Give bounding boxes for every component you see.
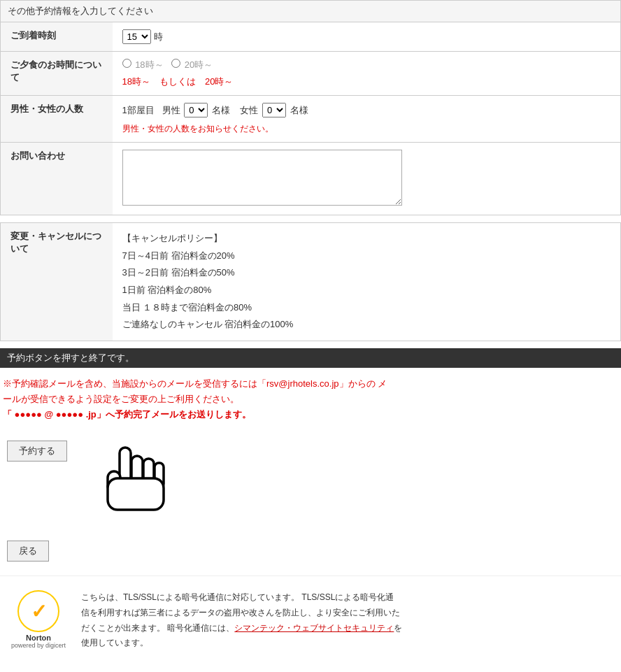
back-button[interactable]: 戻る — [7, 541, 49, 562]
inquiry-textarea[interactable] — [122, 150, 402, 206]
cancel-policy-title: 【キャンセルポリシー】 — [122, 230, 611, 248]
reserve-button-row: 予約する — [7, 441, 614, 527]
gender-male-suffix: 名様 — [212, 105, 230, 115]
cancel-line3: 1日前 宿泊料金の80% — [122, 282, 611, 299]
gender-male-select[interactable]: 0 1 2 3 4 — [184, 103, 208, 117]
inquiry-row: お問い合わせ — [1, 143, 621, 215]
dinner-radio-20-text: 20時～ — [185, 59, 213, 70]
dinner-radio-group: 18時～ 20時～ — [122, 59, 611, 71]
inquiry-value-cell — [113, 143, 621, 215]
cancel-policy-row: 変更・キャンセルについて 【キャンセルポリシー】 7日～4日前 宿泊料金の20%… — [1, 223, 621, 341]
cancel-policy-content: 【キャンセルポリシー】 7日～4日前 宿泊料金の20% 3日～2日前 宿泊料金の… — [113, 223, 621, 341]
arrival-time-row: ご到着時刻 15 16 17 18 19 20 21 22 時 — [1, 22, 621, 52]
norton-circle: ✓ — [17, 590, 59, 632]
dinner-radio-18-label[interactable]: 18時～ — [122, 59, 166, 70]
gender-row: 男性・女性の人数 1部屋目 男性 0 1 2 3 4 名様 女性 0 1 — [1, 96, 621, 143]
security-text2: 信を利用すれば第三者によるデータの盗用や改さんを防止し、より安全にご利用いた — [81, 608, 400, 617]
norton-badge: ✓ Norton powered by digicert — [7, 590, 70, 649]
notice-bar: 予約ボタンを押すと終了です。 — [0, 348, 621, 368]
security-description: こちらは、TLS/SSLによる暗号化通信に対応しています。 TLS/SSLによる… — [81, 590, 402, 650]
reserve-button[interactable]: 予約する — [7, 441, 67, 462]
security-link[interactable]: シマンテック・ウェブサイトセキュリティ — [234, 623, 394, 633]
button-area: 予約する — [0, 427, 621, 569]
form-table: ご到着時刻 15 16 17 18 19 20 21 22 時 ご夕食のお時間に… — [0, 22, 621, 215]
inquiry-label: お問い合わせ — [1, 143, 113, 215]
security-section: ✓ Norton powered by digicert こちらは、TLS/SS… — [0, 576, 621, 664]
digicert-label: powered by digicert — [11, 642, 66, 649]
dinner-value-cell: 18時～ 20時～ 18時～ もしくは 20時～ — [113, 52, 621, 96]
dinner-radio-20[interactable] — [171, 59, 180, 68]
cancel-label: 変更・キャンセルについて — [1, 223, 113, 341]
email-notice-line2: ールが受信できるよう設定をご変更の上ご利用ください。 — [3, 392, 618, 407]
cancel-line4: 当日 １８時まで宿泊料金の80% — [122, 299, 611, 317]
cancel-line5: ご連絡なしのキャンセル 宿泊料金の100% — [122, 316, 611, 334]
norton-check-icon: ✓ — [31, 600, 47, 623]
email-notice-line3: 「 ●●●●● @ ●●●●● .jp」へ予約完了メールをお送りします。 — [3, 407, 618, 422]
email-notice: ※予約確認メールを含め、当施設からのメールを受信するには「rsv@jrhotel… — [0, 372, 621, 427]
hand-cursor-svg — [81, 441, 172, 524]
security-text4: を — [394, 623, 402, 633]
svg-rect-5 — [108, 478, 164, 510]
gender-room-prefix: 1部屋目 — [122, 105, 155, 115]
gender-inputs: 1部屋目 男性 0 1 2 3 4 名様 女性 0 1 2 3 — [122, 103, 611, 117]
hand-cursor-illustration — [81, 441, 172, 527]
cancel-line1: 7日～4日前 宿泊料金の20% — [122, 248, 611, 265]
security-text1: こちらは、TLS/SSLによる暗号化通信に対応しています。 TLS/SSLによる… — [81, 592, 394, 602]
gender-male-label: 男性 — [162, 105, 180, 115]
gender-value-cell: 1部屋目 男性 0 1 2 3 4 名様 女性 0 1 2 3 — [113, 96, 621, 143]
security-text3: だくことが出来ます。 暗号化通信には、 — [81, 623, 234, 633]
norton-label: Norton — [26, 634, 51, 642]
back-button-row: 戻る — [7, 534, 614, 562]
dinner-radio-18-text: 18時～ — [135, 59, 163, 70]
dinner-radio-18[interactable] — [122, 59, 131, 68]
cancel-line2: 3日～2日前 宿泊料金の50% — [122, 264, 611, 282]
arrival-time-select[interactable]: 15 16 17 18 19 20 21 22 — [122, 29, 151, 44]
arrival-time-suffix: 時 — [154, 31, 163, 43]
dinner-radio-20-label[interactable]: 20時～ — [171, 59, 213, 70]
gender-label: 男性・女性の人数 — [1, 96, 113, 143]
arrival-time-value-cell: 15 16 17 18 19 20 21 22 時 — [113, 22, 621, 52]
security-text5: 使用しています。 — [81, 638, 148, 648]
cancel-policy-table: 変更・キャンセルについて 【キャンセルポリシー】 7日～4日前 宿泊料金の20%… — [0, 222, 621, 341]
arrival-time-select-group: 15 16 17 18 19 20 21 22 時 — [122, 29, 611, 44]
dinner-label: ご夕食のお時間について — [1, 52, 113, 96]
section-header: その他予約情報を入力してください — [0, 0, 621, 22]
arrival-time-label: ご到着時刻 — [1, 22, 113, 52]
gender-female-suffix: 名様 — [290, 105, 308, 115]
email-notice-line1: ※予約確認メールを含め、当施設からのメールを受信するには「rsv@jrhotel… — [3, 376, 618, 392]
gender-female-label: 女性 — [240, 105, 258, 115]
gender-female-select[interactable]: 0 1 2 3 4 — [262, 103, 286, 117]
dinner-time-row: ご夕食のお時間について 18時～ 20時～ 18時～ もしくは 20時～ — [1, 52, 621, 96]
dinner-selected-text: 18時～ もしくは 20時～ — [122, 76, 611, 88]
gender-error-message: 男性・女性の人数をお知らせください。 — [122, 123, 611, 135]
